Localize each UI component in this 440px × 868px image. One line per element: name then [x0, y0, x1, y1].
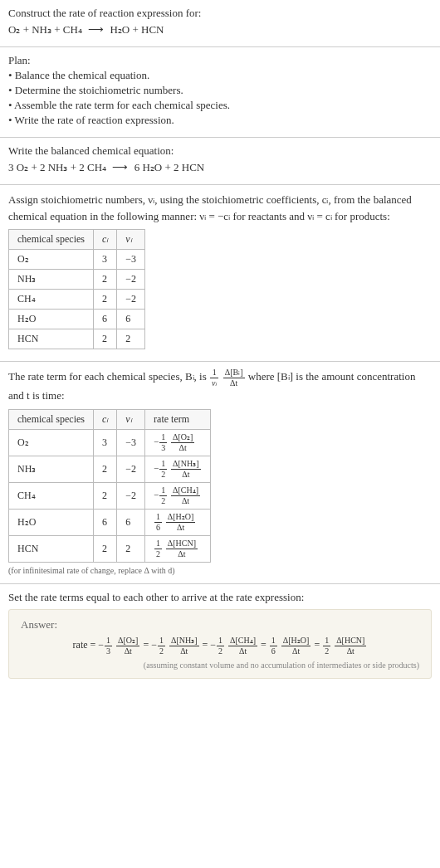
frac-den: Δt: [166, 549, 198, 558]
frac-den: 6: [270, 646, 277, 656]
eq-rhs: H₂O + HCN: [110, 23, 164, 36]
fraction: 12: [154, 539, 162, 558]
fraction: Δ[CH₄]Δt: [228, 636, 257, 656]
cell-ci: 6: [93, 509, 116, 535]
frac-num: 1: [217, 636, 224, 646]
frac-num: 1: [154, 539, 162, 549]
frac-den: 2: [154, 549, 162, 558]
header-ci: cᵢ: [93, 409, 116, 429]
rate-label: rate =: [73, 639, 99, 651]
header-ci: cᵢ: [93, 230, 116, 250]
frac-num: Δ[O₂]: [171, 433, 194, 443]
answer-equation: rate = −13 Δ[O₂]Δt = −12 Δ[NH₃]Δt = −12 …: [21, 636, 419, 656]
delta-frac: Δ[Bᵢ] Δt: [223, 368, 245, 388]
rateterm-explain: The rate term for each chemical species,…: [8, 368, 432, 404]
cell-rate-term: −12 Δ[NH₃]Δt: [145, 456, 211, 482]
answer-note: (assuming constant volume and no accumul…: [21, 661, 419, 670]
final-title: Set the rate terms equal to each other t…: [8, 591, 432, 604]
cell-vi: −2: [117, 290, 145, 310]
sign: −: [154, 436, 159, 446]
frac-num: Δ[CH₄]: [228, 636, 257, 646]
plan-bullet: • Determine the stoichiometric numbers.: [8, 84, 432, 97]
rateterm-table: chemical species cᵢ νᵢ rate term O₂3−3−1…: [8, 409, 211, 563]
fraction: Δ[H₂O]Δt: [281, 636, 311, 656]
sign: −: [154, 463, 159, 473]
frac-num: Δ[HCN]: [166, 539, 198, 549]
rate-term: −12 Δ[CH₄]Δt: [210, 639, 258, 651]
frac-num: Δ[H₂O]: [281, 636, 311, 646]
frac-num: Δ[NH₃]: [169, 636, 199, 646]
cell-species: H₂O: [9, 509, 94, 535]
rateterm-section: The rate term for each chemical species,…: [0, 362, 440, 584]
cell-vi: 2: [117, 535, 145, 562]
frac-den: 3: [105, 646, 112, 656]
frac-num: Δ[CH₄]: [171, 486, 200, 496]
table-row: H₂O6616 Δ[H₂O]Δt: [9, 509, 211, 535]
cell-species: HCN: [9, 535, 94, 562]
frac-den: Δt: [171, 443, 194, 452]
frac-den: Δt: [281, 646, 311, 656]
fraction: 12: [323, 636, 330, 656]
sign: −: [151, 639, 157, 651]
answer-box: Answer: rate = −13 Δ[O₂]Δt = −12 Δ[NH₃]Δ…: [8, 609, 432, 679]
frac-den: 2: [158, 646, 165, 656]
cell-vi: −3: [117, 250, 145, 270]
cell-vi: −2: [117, 456, 145, 482]
cell-ci: 2: [93, 456, 116, 482]
balanced-lhs: 3 O₂ + 2 NH₃ + 2 CH₄: [8, 161, 106, 173]
fraction: Δ[NH₃]Δt: [171, 460, 201, 479]
cell-rate-term: −12 Δ[CH₄]Δt: [145, 482, 211, 509]
cell-vi: −2: [117, 270, 145, 290]
plan-bullet: • Assemble the rate term for each chemic…: [8, 99, 432, 112]
frac-num: 1: [323, 636, 330, 646]
cell-ci: 2: [93, 482, 116, 509]
balanced-rhs: 6 H₂O + 2 HCN: [134, 161, 205, 173]
frac-num: 1: [159, 433, 167, 443]
stoich-explain: Assign stoichiometric numbers, νᵢ, using…: [8, 192, 432, 224]
frac-num: Δ[Bᵢ]: [223, 368, 245, 378]
sign: −: [154, 490, 159, 500]
unbalanced-equation: O₂ + NH₃ + CH₄ ⟶ H₂O + HCN: [8, 23, 432, 37]
cell-vi: −3: [117, 429, 145, 456]
sign: −: [210, 639, 216, 651]
cell-rate-term: 12 Δ[HCN]Δt: [145, 535, 211, 562]
cell-rate-term: −13 Δ[O₂]Δt: [145, 429, 211, 456]
frac-den: 6: [154, 523, 162, 532]
stoich-table: chemical species cᵢ νᵢ O₂3−3NH₃2−2CH₄2−2…: [8, 229, 145, 349]
rate-term: 16 Δ[H₂O]Δt: [269, 639, 312, 651]
cell-species: O₂: [9, 250, 94, 270]
frac-den: Δt: [166, 523, 196, 532]
header-species: chemical species: [9, 409, 94, 429]
frac-den: Δt: [223, 378, 245, 388]
frac-num: 1: [154, 513, 162, 523]
cell-species: H₂O: [9, 310, 94, 329]
header-vi: νᵢ: [117, 409, 145, 429]
fraction: Δ[O₂]Δt: [171, 433, 194, 452]
cell-rate-term: 16 Δ[H₂O]Δt: [145, 509, 211, 535]
equals-sign: =: [200, 639, 211, 651]
table-row: HCN22: [9, 329, 145, 349]
plan-bullet: • Write the rate of reaction expression.: [8, 114, 432, 127]
fraction: 12: [158, 636, 165, 656]
header-rate: rate term: [145, 409, 211, 429]
frac-den: Δt: [171, 496, 200, 505]
frac-num: Δ[O₂]: [116, 636, 139, 646]
sign: −: [98, 639, 104, 651]
cell-species: HCN: [9, 329, 94, 349]
cell-species: CH₄: [9, 482, 94, 509]
table-row: NH₃2−2−12 Δ[NH₃]Δt: [9, 456, 211, 482]
fraction: 12: [159, 460, 167, 479]
cell-ci: 3: [93, 429, 116, 456]
eq-lhs: O₂ + NH₃ + CH₄: [8, 23, 82, 36]
frac-den: Δt: [228, 646, 257, 656]
cell-vi: −2: [117, 482, 145, 509]
cell-vi: 6: [117, 310, 145, 329]
fraction: 13: [105, 636, 112, 656]
fraction: Δ[NH₃]Δt: [169, 636, 199, 656]
plan-section: Plan: • Balance the chemical equation.• …: [0, 47, 440, 138]
frac-den: Δt: [171, 470, 201, 479]
frac-den: 2: [217, 646, 224, 656]
cell-vi: 6: [117, 509, 145, 535]
cell-ci: 6: [93, 310, 116, 329]
frac-den: 2: [159, 470, 167, 479]
